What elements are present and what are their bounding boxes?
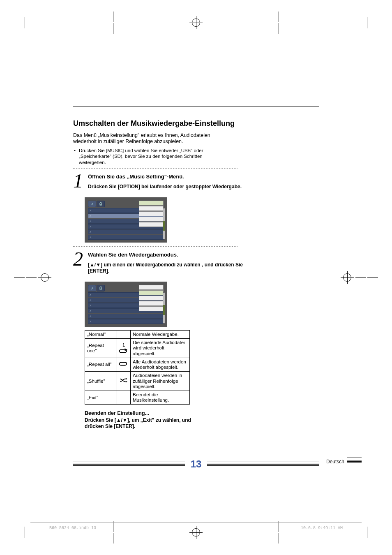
mode-desc: Normale Wiedergabe.: [131, 330, 190, 338]
shuffle-icon: [117, 372, 131, 391]
table-row: „Normal" Normale Wiedergabe.: [85, 330, 190, 338]
step-number: 1: [73, 172, 85, 194]
language-label: Deutsch: [326, 459, 344, 465]
side-crop-left: [14, 272, 51, 283]
mode-desc: Die spielende Audiodatei wird wiederholt…: [131, 339, 190, 358]
prerequisite-bullet: Drücken Sie [MUSIC] und wählen Sie entwe…: [73, 148, 217, 165]
step-number: 2: [73, 250, 85, 278]
table-row: „Repeat one" 1 Die spielende Audiodatei …: [85, 339, 190, 358]
repeat-all-icon: [117, 358, 131, 371]
mode-desc: Alle Audiodateien werden wiederholt abge…: [131, 358, 190, 371]
mode-icon-cell: [117, 391, 131, 404]
section-heading: Umschalten der Musikwiedergabe-Einstellu…: [73, 119, 246, 128]
side-crop-right: [341, 272, 378, 283]
table-row: „Repeat all" Alle Audiodateien werden wi…: [85, 358, 190, 371]
list-item: ♪: [88, 235, 164, 240]
mode-label: „Exit": [85, 391, 117, 404]
footer-file-info: B60 5824 08.indb 13: [49, 526, 96, 530]
crop-marks-top: [0, 0, 392, 45]
finish-block: Beenden der Einstellung... Drücken Sie […: [85, 410, 208, 430]
list-item: ♪: [88, 319, 164, 324]
page-number: 13: [189, 458, 203, 470]
mode-label: „Repeat one": [85, 339, 117, 358]
finish-heading: Beenden der Einstellung...: [85, 410, 208, 416]
playback-modes-table: „Normal" Normale Wiedergabe. „Repeat one…: [85, 330, 190, 405]
mode-label: „Repeat all": [85, 358, 117, 371]
table-row: „Exit" Beendet die Musikeinstellung.: [85, 391, 190, 404]
dotted-separator: [73, 246, 238, 247]
page-number-bar: 13: [73, 458, 319, 470]
option-menu: [139, 201, 164, 227]
step-1-title: Öffnen Sie das „Music Setting"-Menü.: [88, 173, 246, 180]
decorative-lines: [347, 458, 362, 463]
mode-icon-cell: [117, 330, 131, 338]
registration-mark: [190, 527, 202, 538]
music-tab-icon: ♪: [88, 285, 96, 291]
step-1-desc: Drücken Sie [OPTION] bei laufender oder …: [88, 184, 246, 190]
footer-rule: [30, 523, 362, 523]
table-row: „Shuffle" Audiodateien werden in zufälli…: [85, 372, 190, 391]
mode-desc: Beendet die Musikeinstellung.: [131, 391, 190, 404]
step-2-title: Wählen Sie den Wiedergabemodus.: [88, 252, 246, 258]
scrollbar: [163, 208, 165, 239]
dotted-separator: [73, 168, 238, 169]
option-menu: [139, 285, 164, 312]
main-content: Umschalten der Musikwiedergabe-Einstellu…: [73, 119, 246, 430]
header-rule: [73, 106, 319, 106]
step-2: 2 Wählen Sie den Wiedergabemodus. [▲/▼] …: [73, 250, 246, 278]
usb-tab-icon: ⎙: [97, 201, 105, 207]
mode-label: „Shuffle": [85, 372, 117, 391]
scrollbar: [163, 292, 165, 324]
mode-desc: Audiodateien werden in zufälliger Reihen…: [131, 372, 190, 391]
corner-mark: [356, 527, 367, 538]
ui-screenshot-2: ♪ ⎙ ♪ ♪ ♪ ♪ ♪ ♪: [85, 282, 167, 327]
music-tab-icon: ♪: [88, 201, 96, 207]
crop-marks-bottom: [0, 510, 392, 555]
list-item: ♪: [88, 314, 164, 319]
corner-mark: [25, 17, 36, 28]
list-item: ♪: [88, 229, 164, 234]
mode-label: „Normal": [85, 330, 117, 338]
registration-mark: [190, 17, 202, 28]
usb-tab-icon: ⎙: [97, 285, 105, 291]
corner-mark: [356, 17, 367, 28]
decorative-lines: [207, 462, 319, 467]
step-2-desc: [▲/▼] um einen der Wiedergabemodi zu wäh…: [88, 262, 246, 274]
repeat-one-icon: 1: [117, 339, 131, 358]
step-1: 1 Öffnen Sie das „Music Setting"-Menü. D…: [73, 172, 246, 194]
decorative-lines: [73, 462, 185, 467]
corner-mark: [25, 527, 36, 538]
footer-timestamp: 10.6.8 9:49:11 AM: [301, 526, 343, 530]
ui-screenshot-1: ♪ ⎙ ♪ ♪ ♪ ♪ ♪ ♪: [85, 197, 167, 243]
finish-text: Drücken Sie [▲/▼], um „Exit" zu wählen, …: [85, 417, 208, 430]
intro-paragraph: Das Menü „Musikeinstellung" erlaubt es I…: [73, 132, 229, 145]
